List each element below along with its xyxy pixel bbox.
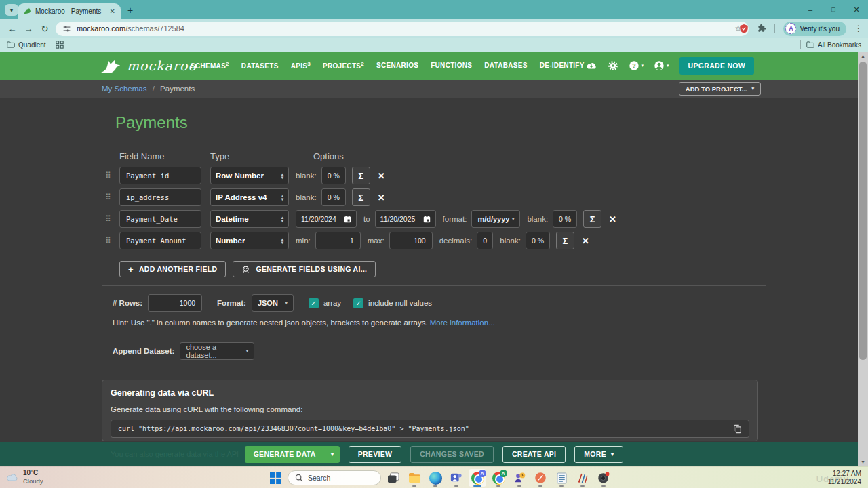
scroll-down-arrow[interactable]: ▾ xyxy=(858,459,868,465)
edge-button[interactable] xyxy=(427,469,444,487)
append-dataset-select[interactable]: choose a dataset... ▾ xyxy=(180,342,254,360)
apps-grid-icon[interactable] xyxy=(56,41,64,49)
generate-data-dropdown[interactable]: ▾ xyxy=(325,446,340,463)
adblock-shield-icon[interactable] xyxy=(739,24,749,34)
notepad-button[interactable] xyxy=(553,469,570,487)
more-button[interactable]: MORE ▾ xyxy=(574,446,623,463)
window-minimize-button[interactable]: – xyxy=(799,0,822,19)
taskbar-search[interactable]: Search xyxy=(288,470,381,485)
field-type-select[interactable]: Datetime ▴▾ xyxy=(210,210,289,228)
formula-button[interactable]: Σ xyxy=(352,188,370,206)
teams-button[interactable] xyxy=(448,469,465,487)
strokes-app-button[interactable] xyxy=(574,469,591,487)
weather-widget[interactable]: 10°C Cloudy xyxy=(5,469,43,485)
format-select[interactable]: JSON ▾ xyxy=(252,294,294,312)
date-to-input[interactable]: 11/20/2025 xyxy=(375,210,436,228)
remove-field-button[interactable]: ✕ xyxy=(378,192,385,203)
decimals-input[interactable]: 0 xyxy=(477,232,493,249)
window-close-button[interactable]: ✕ xyxy=(845,0,868,19)
field-name-input[interactable]: Payment_id xyxy=(119,167,201,184)
scrollbar-thumb[interactable] xyxy=(859,62,867,360)
field-type-select[interactable]: Row Number ▴▾ xyxy=(210,167,289,184)
array-checkbox[interactable]: ✓ xyxy=(309,298,319,308)
back-button[interactable]: ← xyxy=(4,24,20,34)
field-name-input[interactable]: Payment_Date xyxy=(119,210,201,228)
tab-close-icon[interactable]: ✕ xyxy=(110,7,115,15)
copy-icon[interactable] xyxy=(733,424,742,434)
remove-field-button[interactable]: ✕ xyxy=(378,171,385,181)
drag-handle-icon[interactable]: ⠿ xyxy=(105,237,114,244)
chrome-profile2-button[interactable]: A xyxy=(490,469,507,487)
nav-projects[interactable]: PROJECTS2 xyxy=(317,61,370,70)
calendar-icon[interactable] xyxy=(423,216,431,223)
include-nulls-checkbox[interactable]: ✓ xyxy=(353,298,363,308)
window-maximize-button[interactable]: □ xyxy=(822,0,845,19)
all-bookmarks-button[interactable]: All Bookmarks xyxy=(806,41,861,49)
min-label: min: xyxy=(296,237,311,245)
reload-button[interactable]: ↻ xyxy=(37,24,53,34)
address-bar[interactable]: mockaroo.com/schemas/712584 ☆ xyxy=(56,22,749,36)
nav-functions[interactable]: FUNCTIONS xyxy=(425,62,478,69)
cloud-download-icon[interactable] xyxy=(585,62,597,70)
formula-button[interactable]: Σ xyxy=(583,210,601,228)
date-from-input[interactable]: 11/20/2024 xyxy=(296,210,357,228)
recorder-app-button[interactable] xyxy=(595,469,612,487)
min-input[interactable]: 1 xyxy=(315,232,361,249)
breadcrumb-my-schemas-link[interactable]: My Schemas xyxy=(102,85,146,93)
extensions-puzzle-icon[interactable] xyxy=(757,24,766,33)
generate-fields-ai-button[interactable]: GENERATE FIELDS USING AI... xyxy=(233,261,376,277)
help-menu[interactable]: ? ▾ xyxy=(629,60,644,71)
date-format-select[interactable]: m/d/yyyy ▾ xyxy=(471,210,520,228)
taskbar-clock[interactable]: 12:27 AM 11/21/2024 xyxy=(828,470,861,486)
site-settings-icon[interactable] xyxy=(62,24,71,33)
add-another-field-button[interactable]: + ADD ANOTHER FIELD xyxy=(119,261,226,277)
blank-percent-input[interactable]: 0 % xyxy=(321,167,346,184)
drag-handle-icon[interactable]: ⠿ xyxy=(105,194,114,201)
drag-handle-icon[interactable]: ⠿ xyxy=(105,172,114,179)
nav-datasets[interactable]: DATASETS xyxy=(235,61,285,70)
chrome-profile1-button[interactable]: A xyxy=(469,469,486,487)
history-app-button[interactable] xyxy=(511,469,528,487)
draw-app-button[interactable] xyxy=(532,469,549,487)
bookmark-folder-quadient[interactable]: Quadient xyxy=(7,41,46,49)
upgrade-now-button[interactable]: UPGRADE NOW xyxy=(679,57,754,75)
start-button[interactable] xyxy=(267,469,284,487)
field-type-select[interactable]: Number ▴▾ xyxy=(210,232,289,249)
more-information-link[interactable]: More information... xyxy=(430,319,495,327)
generate-data-button[interactable]: GENERATE DATA xyxy=(245,446,325,463)
tab-search-button[interactable]: ▾ xyxy=(5,4,18,16)
field-name-input[interactable]: ip_address xyxy=(119,188,201,206)
mockaroo-logo[interactable]: mockaroo xyxy=(100,58,197,73)
preview-button[interactable]: PREVIEW xyxy=(349,446,402,463)
gear-icon[interactable] xyxy=(608,60,618,71)
drag-handle-icon[interactable]: ⠿ xyxy=(105,216,114,222)
forward-button[interactable]: → xyxy=(20,24,37,34)
verify-profile-button[interactable]: A Verify it's you xyxy=(783,22,846,36)
rows-input[interactable]: 1000 xyxy=(148,294,202,312)
nav-deidentify[interactable]: DE-IDENTIFY xyxy=(534,62,591,69)
max-input[interactable]: 100 xyxy=(389,232,433,249)
blank-percent-input[interactable]: 0 % xyxy=(321,188,346,206)
nav-databases[interactable]: DATABASES xyxy=(478,62,533,69)
blank-percent-input[interactable]: 0 % xyxy=(526,232,550,249)
create-api-button[interactable]: CREATE API xyxy=(502,446,566,463)
account-menu[interactable]: ▾ xyxy=(654,60,669,71)
field-name-input[interactable]: Payment_Amount xyxy=(119,232,201,249)
formula-button[interactable]: Σ xyxy=(352,167,370,184)
browser-menu-icon[interactable]: ⋮ xyxy=(854,24,863,33)
file-explorer-button[interactable] xyxy=(406,469,423,487)
task-view-button[interactable] xyxy=(384,469,402,487)
field-type-select[interactable]: IP Address v4 ▴▾ xyxy=(210,188,289,206)
nav-apis[interactable]: APIS3 xyxy=(285,61,317,70)
remove-field-button[interactable]: ✕ xyxy=(582,236,589,246)
scroll-up-arrow[interactable]: ▴ xyxy=(858,53,868,59)
remove-field-button[interactable]: ✕ xyxy=(609,214,616,224)
blank-percent-input[interactable]: 0 % xyxy=(553,210,577,228)
add-to-project-button[interactable]: ADD TO PROJECT... ▾ xyxy=(679,82,761,96)
nav-schemas[interactable]: SCHEMAS2 xyxy=(184,61,235,70)
browser-tab[interactable]: Mockaroo - Payments ✕ xyxy=(18,3,121,19)
calendar-icon[interactable] xyxy=(344,216,351,223)
new-tab-button[interactable]: + xyxy=(127,5,133,16)
nav-scenarios[interactable]: SCENARIOS xyxy=(370,62,425,69)
formula-button[interactable]: Σ xyxy=(556,232,574,249)
